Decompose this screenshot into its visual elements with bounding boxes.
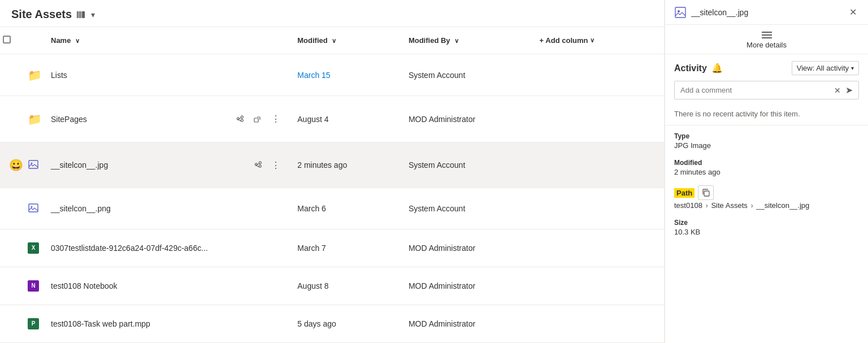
more-details-button[interactable]: More details (665, 25, 868, 54)
activity-section: Activity 🔔 View: All activity ▾ ✕ ➤ Ther… (665, 54, 868, 125)
more-details-label: More details (747, 41, 787, 49)
project-icon: P (28, 318, 39, 329)
ellipsis-icon: ⋮ (271, 160, 280, 171)
table-row[interactable]: 📁 SitePages ⋮ (0, 96, 664, 142)
header-chevron-icon[interactable]: ▾ (91, 10, 95, 19)
type-value: JPG Image (674, 141, 859, 150)
row-modified-cell: 5 days ago (290, 305, 402, 342)
bell-icon[interactable]: 🔔 (711, 63, 723, 73)
more-actions-button[interactable]: ⋮ (268, 157, 284, 173)
th-name[interactable]: Name ∨ (44, 27, 290, 54)
comment-input[interactable] (680, 86, 830, 94)
activity-view-dropdown[interactable]: View: All activity ▾ (792, 61, 859, 75)
panel-close-button[interactable]: ✕ (847, 5, 859, 20)
table-row[interactable]: 😀 __sitelcon__.jpg (0, 142, 664, 188)
library-icon[interactable] (76, 10, 86, 20)
file-generic-icon (2, 35, 11, 44)
share-button[interactable] (232, 111, 248, 127)
row-modified-by-cell: MOD Administrator (402, 267, 526, 305)
row-icon-cell: P (25, 305, 44, 342)
library-svg-icon (76, 10, 86, 20)
row-name-cell: 0307testlistdate-912c6a24-07df-429c-a66c… (44, 229, 290, 267)
row-extra-cell (526, 305, 664, 342)
row-modified-by-cell: MOD Administrator (402, 229, 526, 267)
page-title: Site Assets (11, 8, 72, 21)
row-checkbox-cell (0, 229, 25, 267)
more-actions-button[interactable]: ⋮ (268, 111, 284, 127)
main-area: Site Assets ▾ Name ∨ (0, 0, 665, 343)
table-row[interactable]: X 0307testlistdate-912c6a24-07df-429c-a6… (0, 229, 664, 267)
onenote-icon: N (28, 280, 39, 292)
row-modified-by-cell: System Account (402, 142, 526, 188)
table-row[interactable]: __sitelcon__.png March 6 System Account (0, 188, 664, 229)
path-breadcrumb: test0108 › Site Assets › __sitelcon__.jp… (674, 201, 859, 210)
add-column-button[interactable]: + Add column ∨ (533, 32, 602, 49)
size-label: Size (674, 219, 859, 227)
svg-rect-1 (79, 11, 80, 18)
row-checkbox-cell (0, 96, 25, 142)
th-modified[interactable]: Modified ∨ (290, 27, 402, 54)
row-extra-cell (526, 229, 664, 267)
svg-point-11 (678, 10, 680, 12)
row-extra-cell (526, 267, 664, 305)
file-name-text: __sitelcon__.jpg (51, 160, 241, 170)
row-extra-cell (526, 54, 664, 96)
path-part-1: test0108 (674, 201, 702, 210)
path-detail: Path test0108 › Site Assets › __sitelcon… (674, 185, 859, 210)
file-name-link[interactable]: Lists (51, 71, 284, 80)
file-name-cell: __sitelcon__.jpg ⋮ (51, 157, 284, 173)
comment-clear-icon[interactable]: ✕ (834, 86, 841, 95)
copy-path-button[interactable] (698, 185, 714, 200)
row-modified-cell: August 4 (290, 96, 402, 142)
hamburger-line (762, 34, 772, 36)
row-modified-cell: March 15 (290, 54, 402, 96)
page-header: Site Assets ▾ (0, 0, 664, 27)
th-checkbox (0, 27, 25, 54)
activity-title-group: Activity 🔔 (674, 63, 723, 73)
svg-rect-6 (29, 160, 38, 168)
th-add-column[interactable]: + Add column ∨ (526, 27, 664, 54)
copy-link-button[interactable] (250, 111, 266, 127)
copy-icon (701, 188, 710, 197)
row-checkbox-cell (0, 305, 25, 342)
row-modified-by-cell: System Account (402, 54, 526, 96)
table-row[interactable]: P test0108-Task web part.mpp 5 days ago … (0, 305, 664, 342)
table-row[interactable]: 📁 Lists March 15 System Account (0, 54, 664, 96)
th-modified-by[interactable]: Modified By ∨ (402, 27, 526, 54)
activity-header: Activity 🔔 View: All activity ▾ (674, 61, 859, 75)
activity-title: Activity (674, 63, 707, 73)
right-panel: __sitelcon__.jpg ✕ More details Activity… (665, 0, 868, 343)
row-checkbox-cell[interactable]: 😀 (0, 142, 25, 188)
type-detail: Type JPG Image (674, 132, 859, 150)
details-section: Type JPG Image Modified 2 minutes ago Pa… (665, 125, 868, 243)
file-name-text: SitePages (51, 115, 223, 124)
row-icon-cell: 📁 (25, 96, 44, 142)
share-button[interactable] (250, 157, 266, 173)
svg-rect-8 (29, 204, 38, 212)
row-actions: ⋮ (250, 157, 284, 173)
emoji-icon: 😀 (9, 159, 23, 171)
row-icon-cell: 📁 (25, 54, 44, 96)
row-name-cell: SitePages ⋮ (44, 96, 290, 142)
row-icon-cell: X (25, 229, 44, 267)
comment-send-icon[interactable]: ➤ (845, 85, 853, 95)
file-name-cell: Lists (51, 71, 284, 80)
row-checkbox-cell (0, 54, 25, 96)
svg-point-7 (31, 162, 33, 164)
table-row[interactable]: N test0108 Notebook August 8 MOD Adminis… (0, 267, 664, 305)
file-table: Name ∨ Modified ∨ Modified By ∨ + Add co… (0, 27, 664, 343)
svg-rect-12 (704, 191, 709, 196)
type-label: Type (674, 132, 859, 140)
copy-link-icon (253, 115, 262, 124)
path-separator: › (706, 201, 710, 210)
image-icon (28, 159, 39, 170)
row-name-cell: test0108-Task web part.mpp (44, 305, 290, 342)
modified-date-link[interactable]: March 15 (297, 71, 330, 80)
path-separator: › (750, 201, 755, 210)
row-icon-cell: N (25, 267, 44, 305)
svg-rect-4 (3, 36, 10, 43)
row-modified-cell: August 8 (290, 267, 402, 305)
row-checkbox-cell (0, 267, 25, 305)
row-modified-cell: March 7 (290, 229, 402, 267)
svg-rect-10 (675, 7, 685, 18)
